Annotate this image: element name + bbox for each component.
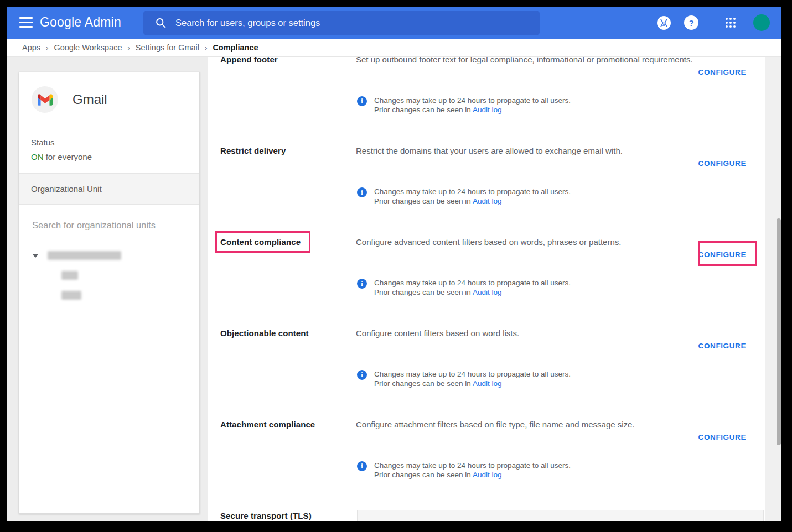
org-unit-section-header: Organizational Unit — [19, 173, 199, 205]
info-icon: i — [357, 461, 367, 471]
setting-name: Objectionable content — [220, 328, 309, 338]
chevron-down-icon[interactable] — [32, 254, 39, 258]
setting-description: Configure content filters based on word … — [356, 328, 693, 338]
app-title: Gmail — [73, 92, 107, 107]
setting-description: Configure advanced content filters based… — [356, 237, 693, 247]
audit-log-link[interactable]: Audit log — [473, 197, 502, 205]
redacted-org-unit-child[interactable] — [61, 271, 78, 280]
sidebar: Gmail Status ON for everyone Organizatio… — [7, 57, 208, 521]
breadcrumb-separator: › — [205, 44, 207, 52]
help-icon[interactable]: ? — [684, 15, 698, 30]
scrollbar-thumb[interactable] — [777, 218, 781, 445]
status-on: ON — [31, 152, 44, 161]
trial-hourglass-icon[interactable] — [657, 16, 671, 30]
setting-description: Restrict the domains that your users are… — [356, 146, 693, 155]
info-line-2: Prior changes can be seen in Audit log — [374, 470, 571, 479]
org-unit-tree — [19, 251, 199, 300]
info-icon: i — [357, 187, 367, 197]
breadcrumb-current-compliance: Compliance — [213, 43, 258, 52]
admin-console-window: Google Admin ? Apps › Google Workspace — [7, 7, 781, 521]
propagation-info-note: i Changes may take up to 24 hours to pro… — [357, 369, 571, 388]
audit-log-link[interactable]: Audit log — [473, 106, 502, 114]
search-icon — [155, 17, 167, 29]
configure-button[interactable]: CONFIGURE — [698, 251, 746, 259]
info-icon: i — [357, 370, 367, 380]
audit-log-link[interactable]: Audit log — [473, 288, 502, 296]
org-unit-search[interactable] — [32, 219, 185, 236]
breadcrumb-separator: › — [46, 44, 48, 52]
setting-name: Secure transport (TLS) compliance — [220, 511, 312, 521]
redacted-org-unit-child[interactable] — [61, 291, 81, 300]
info-line-1: Changes may take up to 24 hours to propa… — [374, 369, 571, 379]
breadcrumb-apps[interactable]: Apps — [22, 43, 40, 52]
settings-row: Append footer Set up outbound footer tex… — [208, 57, 765, 146]
configure-button[interactable]: CONFIGURE — [698, 342, 746, 350]
settings-row: Restrict delivery Restrict the domains t… — [208, 146, 765, 237]
info-line-1: Changes may take up to 24 hours to propa… — [374, 461, 571, 470]
audit-log-link[interactable]: Audit log — [473, 379, 502, 388]
configure-button[interactable]: CONFIGURE — [698, 68, 746, 76]
info-line-1: Changes may take up to 24 hours to propa… — [374, 96, 571, 105]
setting-name: Content compliance — [220, 237, 301, 247]
org-unit-search-input[interactable] — [32, 219, 185, 236]
compliance-settings-panel: Append footer Set up outbound footer tex… — [208, 57, 765, 521]
scrollbar-track[interactable] — [765, 57, 781, 521]
propagation-info-note: i Changes may take up to 24 hours to pro… — [357, 461, 571, 479]
account-avatar[interactable] — [753, 14, 770, 31]
info-icon: i — [357, 279, 367, 289]
org-unit-root-item[interactable] — [19, 251, 199, 260]
setting-description: Configure attachment filters based on fi… — [356, 420, 693, 429]
hamburger-menu-icon[interactable] — [19, 17, 33, 28]
info-line-2: Prior changes can be seen in Audit log — [374, 105, 571, 114]
next-setting-panel-edge — [357, 510, 764, 521]
breadcrumb-separator: › — [127, 44, 130, 52]
breadcrumb: Apps › Google Workspace › Settings for G… — [7, 39, 781, 57]
propagation-info-note: i Changes may take up to 24 hours to pro… — [357, 187, 571, 206]
setting-name: Attachment compliance — [220, 420, 315, 429]
breadcrumb-settings-for-gmail[interactable]: Settings for Gmail — [136, 43, 199, 52]
app-bar: Google Admin ? — [7, 7, 781, 39]
gmail-logo-icon — [32, 86, 58, 113]
settings-row: Secure transport (TLS) compliance i Chan… — [208, 511, 765, 521]
status-rest: for everyone — [44, 152, 92, 161]
settings-row: Content compliance Configure advanced co… — [208, 237, 765, 328]
setting-description: Set up outbound footer text for legal co… — [356, 57, 693, 64]
settings-row: Attachment compliance Configure attachme… — [208, 420, 765, 511]
setting-name: Append footer — [220, 57, 278, 64]
redacted-org-unit-name[interactable] — [48, 251, 121, 260]
info-line-1: Changes may take up to 24 hours to propa… — [374, 278, 571, 288]
configure-button[interactable]: CONFIGURE — [698, 159, 746, 168]
propagation-info-note: i Changes may take up to 24 hours to pro… — [357, 96, 571, 114]
info-line-2: Prior changes can be seen in Audit log — [374, 196, 571, 206]
global-search-input[interactable] — [175, 18, 540, 28]
setting-name: Restrict delivery — [220, 146, 286, 155]
global-search-bar[interactable] — [143, 11, 540, 35]
breadcrumb-google-workspace[interactable]: Google Workspace — [54, 43, 122, 52]
audit-log-link[interactable]: Audit log — [473, 471, 502, 479]
info-line-1: Changes may take up to 24 hours to propa… — [374, 187, 571, 196]
apps-grid-icon[interactable] — [726, 18, 736, 28]
org-unit-card: Gmail Status ON for everyone Organizatio… — [19, 72, 200, 514]
settings-row: Objectionable content Configure content … — [208, 328, 765, 420]
configure-button[interactable]: CONFIGURE — [698, 433, 746, 441]
info-line-2: Prior changes can be seen in Audit log — [374, 288, 571, 297]
propagation-info-note: i Changes may take up to 24 hours to pro… — [357, 278, 571, 297]
status-label: Status — [31, 138, 188, 147]
brand-title: Google Admin — [40, 15, 121, 30]
status-value: ON for everyone — [31, 152, 188, 161]
info-line-2: Prior changes can be seen in Audit log — [374, 379, 571, 388]
info-icon: i — [357, 96, 367, 106]
